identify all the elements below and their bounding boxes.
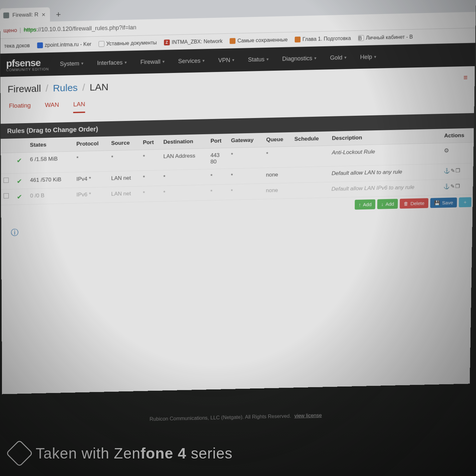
delete-button[interactable]: 🗑 Delete (400, 198, 428, 208)
col-header: Gateway (228, 133, 264, 148)
copy-icon[interactable]: ❐ (456, 168, 460, 173)
breadcrumb-link[interactable]: Rules (53, 82, 77, 93)
col-header: Destination (161, 134, 208, 149)
separator-button[interactable]: ＋ (459, 197, 471, 207)
caret-down-icon: ▼ (373, 55, 377, 59)
breadcrumb-leaf: LAN (89, 81, 108, 92)
caret-down-icon: ▼ (344, 55, 347, 59)
bookmark-icon (99, 41, 104, 47)
tab-favicon (3, 12, 9, 18)
caret-down-icon: ▼ (81, 62, 84, 65)
caret-down-icon: ▼ (232, 58, 235, 62)
bookmark-item[interactable]: ZINTMA_ZBX: Network (164, 38, 222, 45)
bookmark-label: Глава 1. Подготовка (303, 35, 351, 42)
tab-floating[interactable]: Floating (9, 102, 31, 114)
caret-down-icon: ▼ (124, 60, 127, 64)
bookmark-label: INTMA_ZBX: Network (172, 38, 222, 45)
col-header: Queue (264, 132, 292, 147)
bookmark-item[interactable]: Самые сохраненные (230, 37, 288, 44)
bookmark-label: Уставные документы (106, 40, 157, 46)
copy-icon[interactable]: ❐ (455, 184, 460, 189)
nav-item[interactable]: Diagnostics ▼ (282, 55, 317, 62)
pass-icon: ✔ (17, 178, 22, 185)
col-header (14, 138, 28, 153)
license-link[interactable]: view license (294, 413, 322, 419)
gear-icon[interactable]: ⚙ (444, 147, 449, 154)
bookmark-icon: Z (164, 39, 170, 45)
bookmark-icon: B (358, 35, 364, 41)
page-footer: Rubicon Communications, LLC (Netgate). A… (2, 406, 470, 429)
nav-menu: System ▼Interfaces ▼Firewall ▼Services ▼… (60, 54, 377, 67)
url: https://10.10.0.120/firewall_rules.php?i… (24, 24, 136, 33)
bookmark-item[interactable]: BЛичный кабинет - В (358, 34, 413, 41)
page-body: Firewall / Rules / LAN ≡ FloatingWANLAN … (0, 66, 475, 394)
bookmark-icon (37, 42, 43, 48)
bookmark-label: Самые сохраненные (237, 37, 288, 43)
pass-icon: ✔ (17, 193, 22, 200)
bookmark-label: zpoint.intma.ru - Ker (45, 41, 91, 48)
new-tab-button[interactable]: + (53, 8, 64, 20)
row-checkbox[interactable] (4, 178, 9, 183)
col-header: Description (329, 129, 442, 146)
col-header: States (27, 137, 74, 152)
bookmark-label: Личный кабинет - В (366, 34, 413, 41)
security-label: щено (3, 27, 17, 34)
page-actions-icon[interactable]: ≡ (463, 73, 468, 82)
pass-icon: ✔ (17, 157, 22, 164)
rules-table: StatesProtocolSourcePortDestinationPortG… (1, 128, 474, 205)
tab-title: Firewall: R (12, 11, 38, 18)
caret-down-icon: ▼ (162, 60, 165, 64)
bookmark-item[interactable]: Глава 1. Подготовка (295, 35, 351, 42)
add-top-button[interactable]: ↑ Add (355, 199, 375, 210)
info-icon[interactable]: ⓘ (11, 227, 18, 238)
caret-down-icon: ▼ (266, 57, 269, 61)
tab-wan[interactable]: WAN (45, 101, 59, 114)
caret-down-icon: ▼ (202, 59, 205, 63)
nav-item[interactable]: Status ▼ (248, 56, 269, 63)
col-header: Protocol (74, 137, 109, 151)
camera-watermark: Taken with Zenfone 4 series (10, 444, 232, 463)
anchor-icon[interactable]: ⚓ (443, 184, 450, 189)
anchor-icon[interactable]: ⚓ (444, 168, 450, 173)
bookmark-icon (230, 38, 235, 44)
bookmark-item[interactable]: zpoint.intma.ru - Ker (37, 41, 91, 48)
caret-down-icon: ▼ (314, 56, 317, 60)
nav-item[interactable]: Gold ▼ (330, 54, 347, 61)
save-button[interactable]: 💾 Save (430, 197, 457, 208)
edit-icon[interactable]: ✎ (451, 168, 455, 173)
close-icon[interactable]: × (42, 11, 45, 18)
nav-item[interactable]: VPN ▼ (218, 57, 235, 64)
col-header: Port (140, 135, 161, 150)
bookmark-item[interactable]: тека доков (4, 42, 30, 49)
add-bottom-button[interactable]: ↓ Add (377, 199, 398, 209)
tab-lan[interactable]: LAN (73, 101, 85, 113)
nav-item[interactable]: Services ▼ (178, 57, 205, 65)
breadcrumb-root[interactable]: Firewall (7, 83, 41, 94)
bookmark-label: тека доков (4, 42, 30, 49)
nav-item[interactable]: System ▼ (60, 60, 84, 67)
nav-item[interactable]: Firewall ▼ (140, 58, 165, 65)
row-checkbox[interactable] (4, 193, 9, 198)
bookmark-item[interactable]: Уставные документы (99, 40, 157, 47)
diamond-icon (6, 440, 33, 467)
col-header (1, 138, 14, 153)
col-header: Port (208, 134, 228, 148)
browser-tab[interactable]: Firewall: R × (0, 7, 50, 22)
nav-item[interactable]: Help ▼ (360, 54, 377, 61)
col-header: Schedule (292, 131, 329, 147)
bookmark-icon (295, 36, 301, 42)
edit-icon[interactable]: ✎ (450, 184, 455, 189)
col-header: Source (109, 136, 140, 150)
pfsense-logo[interactable]: pfsense COMMUNITY EDITION (6, 58, 49, 72)
nav-item[interactable]: Interfaces ▼ (97, 59, 127, 66)
col-header: Actions (442, 128, 474, 143)
